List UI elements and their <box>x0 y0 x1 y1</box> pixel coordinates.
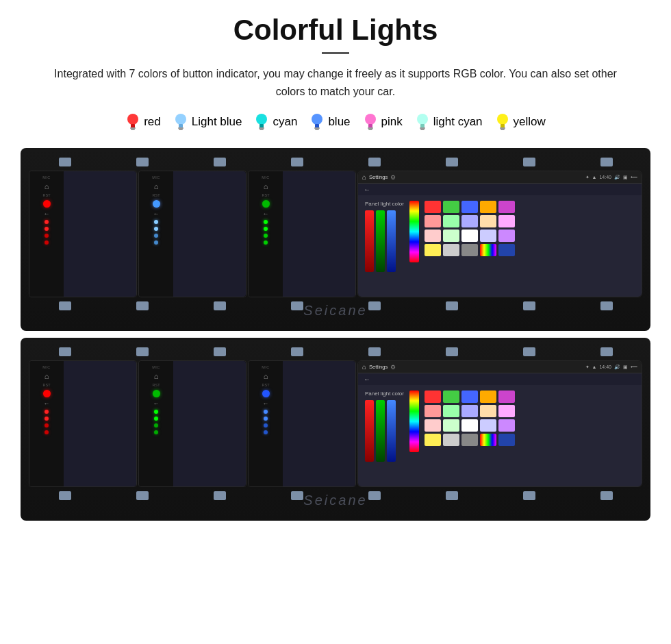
back-icon: ⟵ <box>631 175 637 180</box>
power-btn-b3[interactable] <box>262 390 270 397</box>
light-row-3b <box>264 227 268 231</box>
gc-1[interactable] <box>425 201 441 213</box>
bracket-bb8 <box>600 491 613 500</box>
gc-3[interactable] <box>461 201 478 213</box>
ctrl-row-b3 <box>251 390 281 397</box>
gc-15[interactable] <box>498 230 515 242</box>
back-arrow-b3: ← <box>263 400 269 407</box>
bsu-topbar-bottom: ⌂ Settings ⚙ ✦ ▲ 14:40 🔊 ▣ ⟵ <box>358 361 642 373</box>
light-dot-bb2 <box>264 417 268 421</box>
power-btn-3[interactable] <box>262 200 270 208</box>
bracket-bb3 <box>214 491 226 500</box>
light-dot-b4 <box>154 240 158 245</box>
bgc-9[interactable] <box>480 405 496 417</box>
gc-5[interactable] <box>498 201 515 213</box>
bgc-13[interactable] <box>461 419 478 432</box>
bsu-right-icons: ✦ ▲ 14:40 🔊 ▣ ⟵ <box>585 175 637 180</box>
svg-rect-27 <box>501 129 505 130</box>
back-arrow-1: ← <box>44 210 50 217</box>
gc-16[interactable] <box>425 244 441 256</box>
home-icon-bsu-b: ⌂ <box>362 363 366 371</box>
gc-9[interactable] <box>480 215 496 227</box>
bgc-15[interactable] <box>498 419 515 432</box>
picker-left-top: Panel light color <box>365 201 404 272</box>
gc-7[interactable] <box>443 215 459 227</box>
vertical-color-bars-top <box>365 210 404 272</box>
power-btn-b1[interactable] <box>43 390 51 397</box>
gc-13[interactable] <box>461 230 478 242</box>
bgc-12[interactable] <box>443 419 459 432</box>
color-label-lightcyan: light cyan <box>433 115 483 129</box>
unit-right-1 <box>64 171 136 297</box>
home-icon-b3: ⌂ <box>264 372 268 380</box>
bgc-1[interactable] <box>425 391 441 403</box>
svg-point-16 <box>365 114 376 125</box>
bsu-left-icons: ⌂ Settings ⚙ <box>362 173 396 181</box>
bgc-5[interactable] <box>498 391 515 403</box>
back-arrow-b1: ← <box>44 400 50 407</box>
vbar-green-bottom <box>376 400 385 462</box>
home-icon-b2: ⌂ <box>154 372 159 380</box>
light-dot-br1 <box>45 410 49 414</box>
bgc-6[interactable] <box>425 405 441 417</box>
bgc-4[interactable] <box>480 391 496 403</box>
bgc-11[interactable] <box>425 419 441 432</box>
gc-10[interactable] <box>498 215 515 227</box>
svg-rect-10 <box>259 127 264 129</box>
unit-right-b1 <box>64 361 136 486</box>
unit-panel-b3: MIC ⌂ RST ← <box>248 360 356 487</box>
gc-20[interactable] <box>498 244 515 256</box>
bgc-16[interactable] <box>425 434 441 446</box>
gc-18[interactable] <box>461 244 478 256</box>
svg-point-24 <box>497 114 508 125</box>
back-button-bottom[interactable]: ← <box>364 375 370 383</box>
unit-screen-b2 <box>173 361 246 486</box>
bgc-7[interactable] <box>443 405 459 417</box>
svg-rect-19 <box>368 129 372 130</box>
gc-6[interactable] <box>425 215 441 227</box>
color-item-red: red <box>125 112 161 132</box>
light-row-1b <box>45 227 49 231</box>
bracket-b2 <box>136 301 149 310</box>
light-dot-r1 <box>45 220 49 224</box>
vbar-red-bottom <box>365 400 374 462</box>
bsu-back-row-bottom: ← <box>358 373 642 385</box>
unit-panel-b2: MIC ⌂ RST ← <box>138 360 246 487</box>
light-row-b3b <box>264 417 268 421</box>
bgc-14[interactable] <box>480 419 496 432</box>
light-dot-br3 <box>45 423 49 428</box>
ctrl-row-2 <box>141 200 171 208</box>
power-btn-b2[interactable] <box>153 390 160 397</box>
bgc-18[interactable] <box>461 434 478 446</box>
bgc-8[interactable] <box>461 405 478 417</box>
unit-screen-1 <box>64 171 136 297</box>
settings-label-top: Settings <box>369 174 388 180</box>
unit-panel-1: MIC ⌂ RST ← <box>29 171 137 297</box>
bgc-10[interactable] <box>498 405 515 417</box>
gc-11[interactable] <box>425 230 441 242</box>
bgc-20[interactable] <box>498 434 515 446</box>
bgc-17[interactable] <box>443 434 459 446</box>
gc-8[interactable] <box>461 215 478 227</box>
bgc-19[interactable] <box>480 434 496 446</box>
gc-14[interactable] <box>480 230 496 242</box>
gc-4[interactable] <box>480 201 496 213</box>
gc-17[interactable] <box>443 244 459 256</box>
gc-2[interactable] <box>443 201 459 213</box>
gc-12[interactable] <box>443 230 459 242</box>
unit-left-b3: MIC ⌂ RST ← <box>249 361 283 486</box>
bulb-icon-lightblue <box>173 112 188 132</box>
power-btn-2[interactable] <box>153 200 160 208</box>
picker-left-bottom: Panel light color <box>365 391 404 462</box>
vertical-color-bars-bottom <box>365 400 404 462</box>
power-btn-1[interactable] <box>43 200 51 208</box>
description-text: Integrated with 7 colors of button indic… <box>41 65 630 100</box>
rst-label-b1: RST <box>43 383 51 387</box>
bgc-2[interactable] <box>443 391 459 403</box>
gc-19[interactable] <box>480 244 496 256</box>
back-button-top[interactable]: ← <box>364 186 370 193</box>
vbar-blue-bottom <box>387 400 396 462</box>
bgc-3[interactable] <box>461 391 478 403</box>
svg-point-12 <box>312 114 322 125</box>
bsu-left-icons-b: ⌂ Settings ⚙ <box>362 363 396 371</box>
